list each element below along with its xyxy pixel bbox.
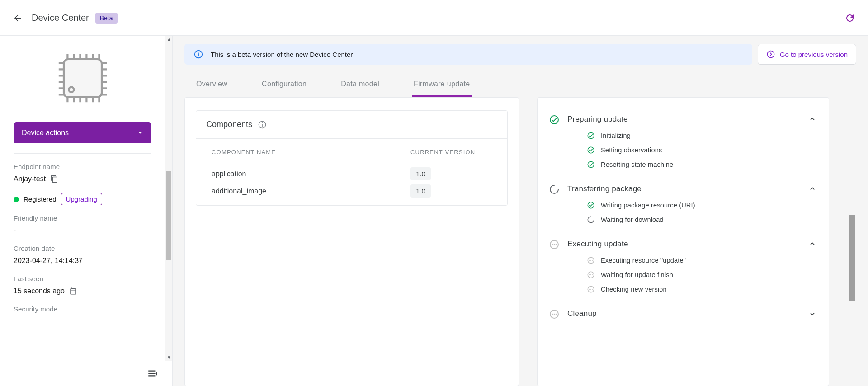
- chevron-up-icon: [808, 115, 817, 124]
- banner-text: This is a beta version of the new Device…: [211, 51, 353, 58]
- svg-point-49: [592, 274, 593, 275]
- label-creation-date: Creation date: [14, 245, 151, 252]
- substep-status-icon: [586, 131, 595, 140]
- previous-version-button[interactable]: Go to previous version: [758, 44, 856, 65]
- calendar-icon: [69, 287, 77, 295]
- chevron-up-icon: [808, 184, 817, 193]
- svg-point-56: [554, 314, 555, 315]
- label-endpoint-name: Endpoint name: [14, 163, 151, 170]
- svg-point-36: [588, 161, 594, 168]
- info-icon: [193, 49, 203, 59]
- tab-overview[interactable]: Overview: [194, 72, 229, 97]
- step-status-icon: [548, 114, 560, 126]
- step-title: Preparing update: [567, 115, 807, 124]
- back-button[interactable]: [13, 13, 23, 23]
- step: Cleanup: [548, 305, 818, 323]
- svg-point-53: [592, 289, 593, 290]
- tab-data-model[interactable]: Data model: [339, 72, 381, 97]
- device-chip-icon: [14, 36, 151, 122]
- substep-label: Waiting for update finish: [601, 271, 673, 278]
- tabs: OverviewConfigurationData modelFirmware …: [173, 72, 868, 97]
- info-outline-icon[interactable]: [258, 120, 267, 129]
- svg-point-47: [589, 274, 590, 275]
- page-title: Device Center: [32, 13, 89, 23]
- step-title: Executing update: [567, 240, 807, 249]
- step: Transferring packageWriting package reso…: [548, 180, 818, 227]
- beta-badge: Beta: [95, 13, 118, 24]
- update-steps-card: Preparing updateInitializingSetting obse…: [537, 97, 829, 386]
- substep-status-icon: [586, 285, 595, 294]
- step-status-icon: [548, 184, 560, 195]
- collapse-sidebar-button[interactable]: [147, 367, 159, 379]
- menu-collapse-icon: [147, 367, 159, 379]
- substep-status-icon: [586, 215, 595, 224]
- substep: Writing package resource (URI): [586, 198, 818, 212]
- substep: Waiting for update finish: [586, 268, 818, 282]
- cell-component-name: additional_image: [212, 187, 410, 195]
- cell-component-name: application: [212, 170, 410, 178]
- substep: Setting observations: [586, 143, 818, 157]
- col-current-version: CURRENT VERSION: [410, 149, 492, 155]
- tab-firmware-update[interactable]: Firmware update: [412, 72, 472, 97]
- svg-point-33: [550, 116, 558, 124]
- step-header[interactable]: Transferring package: [567, 180, 818, 198]
- substep-label: Waiting for download: [601, 216, 664, 223]
- svg-point-51: [589, 289, 590, 290]
- svg-rect-28: [198, 52, 199, 53]
- step: Preparing updateInitializingSetting obse…: [548, 110, 818, 172]
- device-actions-button[interactable]: Device actions: [14, 122, 151, 143]
- svg-point-55: [552, 314, 553, 315]
- step-status-icon: [548, 308, 560, 320]
- sidebar-scrollbar[interactable]: ▲ ▼: [165, 36, 172, 361]
- substep-status-icon: [586, 256, 595, 265]
- arrow-left-icon: [13, 13, 23, 23]
- step-header[interactable]: Cleanup: [567, 305, 818, 323]
- substep: Executing resource "update": [586, 253, 818, 268]
- svg-point-34: [588, 132, 594, 139]
- svg-rect-32: [262, 122, 263, 123]
- tab-configuration[interactable]: Configuration: [260, 72, 308, 97]
- copy-button[interactable]: [50, 175, 58, 183]
- svg-point-43: [589, 260, 590, 261]
- label-friendly-name: Friendly name: [14, 214, 151, 222]
- label-security-mode: Security mode: [14, 305, 151, 313]
- chevron-up-icon: [808, 240, 817, 249]
- components-title: Components: [206, 120, 252, 129]
- substep: Initializing: [586, 128, 818, 143]
- svg-point-57: [556, 314, 557, 315]
- beta-info-banner: This is a beta version of the new Device…: [184, 44, 752, 65]
- cell-version-badge: 1.0: [410, 167, 431, 180]
- step: Executing updateExecuting resource "upda…: [548, 235, 818, 297]
- table-row: additional_image1.0: [196, 183, 507, 200]
- svg-point-52: [590, 289, 591, 290]
- substep: Checking new version: [586, 282, 818, 297]
- substep-label: Writing package resource (URI): [601, 202, 695, 209]
- substep-status-icon: [586, 201, 595, 210]
- main-content: This is a beta version of the new Device…: [173, 36, 868, 386]
- value-creation-date: 2023-04-27, 14:14:37: [14, 257, 83, 265]
- refresh-icon: [844, 13, 855, 24]
- value-friendly-name: -: [14, 226, 16, 235]
- value-endpoint-name: Anjay-test: [14, 175, 46, 183]
- cell-version-badge: 1.0: [410, 184, 431, 198]
- device-actions-label: Device actions: [22, 129, 69, 137]
- step-header[interactable]: Preparing update: [567, 110, 818, 128]
- value-last-seen: 15 seconds ago: [14, 287, 65, 295]
- substep-label: Initializing: [601, 132, 631, 139]
- caret-down-icon: [137, 130, 143, 136]
- status-dot-icon: [14, 197, 19, 202]
- refresh-button[interactable]: [844, 13, 855, 24]
- main-scrollbar[interactable]: [847, 97, 856, 386]
- substep-label: Checking new version: [601, 286, 667, 293]
- svg-point-29: [767, 51, 774, 58]
- main-scrollbar-thumb[interactable]: [849, 215, 855, 301]
- components-card: Components COMPONENT NAME CURRENT VERSIO…: [184, 97, 519, 386]
- substep-status-icon: [586, 146, 595, 155]
- step-header[interactable]: Executing update: [567, 235, 818, 253]
- sidebar-scrollbar-thumb[interactable]: [166, 171, 171, 260]
- substep: Waiting for download: [586, 212, 818, 227]
- svg-point-39: [552, 244, 553, 245]
- label-last-seen: Last seen: [14, 275, 151, 282]
- svg-rect-27: [198, 53, 199, 56]
- table-row: application1.0: [196, 165, 507, 183]
